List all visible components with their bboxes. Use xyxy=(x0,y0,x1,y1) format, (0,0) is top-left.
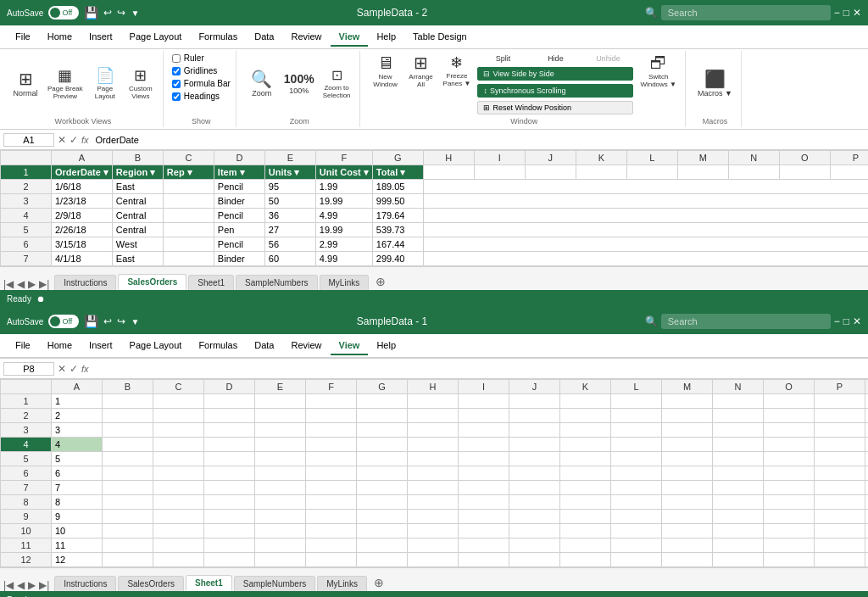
cell-f7[interactable]: 4.99 xyxy=(315,252,372,266)
col-h-b[interactable]: H xyxy=(408,380,459,394)
dropdown-icon-bottom[interactable]: ▼ xyxy=(131,317,139,326)
tab-formulas[interactable]: Formulas xyxy=(190,28,246,47)
cell-b-r6-c2[interactable] xyxy=(153,466,204,481)
cell-a3[interactable]: 1/23/18 xyxy=(52,194,113,209)
cell-b-r1-c14[interactable] xyxy=(764,394,815,409)
cell-b-r8-c6[interactable] xyxy=(357,495,408,510)
col-a-b[interactable]: A xyxy=(52,380,103,394)
col-B[interactable]: B xyxy=(112,151,163,165)
cell-b-r2-c15[interactable] xyxy=(815,409,865,423)
zoom-100-btn[interactable]: 100% 100% xyxy=(281,71,318,97)
sheet-tab-sheet1[interactable]: Sheet1 xyxy=(188,275,234,290)
switch-windows-btn[interactable]: 🗗 SwitchWindows ▼ xyxy=(637,53,680,90)
cell-b-r10-c3[interactable] xyxy=(204,524,255,538)
cell-f1[interactable]: Unit Cost ▾ xyxy=(315,165,372,180)
cell-f4[interactable]: 4.99 xyxy=(315,209,372,223)
col-H[interactable]: H xyxy=(423,151,474,165)
cell-c2[interactable] xyxy=(163,180,214,194)
cell-b-r11-c12[interactable] xyxy=(662,538,713,553)
cell-b-r1-c3[interactable] xyxy=(204,394,255,409)
cell-g2[interactable]: 189.05 xyxy=(372,180,423,194)
dropdown-icon[interactable]: ▼ xyxy=(131,8,139,18)
sheet-tab-salesorders[interactable]: SalesOrders xyxy=(118,274,186,290)
col-p-b[interactable]: P xyxy=(815,380,865,394)
cell-p1[interactable] xyxy=(830,165,868,180)
col-L[interactable]: L xyxy=(626,151,677,165)
cell-h1[interactable] xyxy=(423,165,474,180)
close-icon[interactable]: ✕ xyxy=(853,7,861,19)
cell-b-r6-c4[interactable] xyxy=(255,466,306,481)
cell-b-r6-c5[interactable] xyxy=(306,466,357,481)
cell-b-r9-c9[interactable] xyxy=(509,510,560,524)
cell-b-r3-c15[interactable] xyxy=(815,423,865,438)
cell-b-r4-c9[interactable] xyxy=(509,438,560,452)
cell-b2[interactable]: East xyxy=(112,180,163,194)
sheet-nav-next[interactable]: ▶ xyxy=(28,278,36,290)
cell-b-r4-c14[interactable] xyxy=(764,438,815,452)
cell-b-r11-c8[interactable] xyxy=(459,538,509,553)
cell-b-r10-c4[interactable] xyxy=(255,524,306,538)
cell-b-r9-c13[interactable] xyxy=(713,510,764,524)
cell-c3[interactable] xyxy=(163,194,214,209)
cell-b-r7-c7[interactable] xyxy=(408,481,459,495)
cell-b-r11-c7[interactable] xyxy=(408,538,459,553)
cell-b-r7-c0[interactable]: 7 xyxy=(52,481,103,495)
sheet-tab-mylinks-b[interactable]: MyLinks xyxy=(317,576,367,591)
cell-b-r9-c2[interactable] xyxy=(153,510,204,524)
cell-b-r9-c10[interactable] xyxy=(560,510,611,524)
cell-b-r3-c3[interactable] xyxy=(204,423,255,438)
cell-b-r7-c2[interactable] xyxy=(153,481,204,495)
cell-b-r10-c7[interactable] xyxy=(408,524,459,538)
row-num-b-2[interactable]: 2 xyxy=(1,409,52,423)
cell-b-r2-c7[interactable] xyxy=(408,409,459,423)
zoom-btn[interactable]: 🔍 Zoom xyxy=(245,69,279,99)
cell-b-r10-c16[interactable] xyxy=(865,524,869,538)
row-num-b-6[interactable]: 6 xyxy=(1,466,52,481)
add-sheet-btn-bottom[interactable]: ⊕ xyxy=(369,574,389,591)
col-D[interactable]: D xyxy=(214,151,264,165)
cell-b-r1-c15[interactable] xyxy=(815,394,865,409)
cell-f3[interactable]: 19.99 xyxy=(315,194,372,209)
cell-b-r9-c7[interactable] xyxy=(408,510,459,524)
cell-b-r4-c7[interactable] xyxy=(408,438,459,452)
cell-b-r8-c12[interactable] xyxy=(662,495,713,510)
cell-e2[interactable]: 95 xyxy=(264,180,315,194)
cell-b-r8-c7[interactable] xyxy=(408,495,459,510)
col-f-b[interactable]: F xyxy=(306,380,357,394)
cell-b-r5-c6[interactable] xyxy=(357,452,408,466)
col-M[interactable]: M xyxy=(677,151,728,165)
cell-b-r6-c1[interactable] xyxy=(103,466,153,481)
row-num-b-10[interactable]: 10 xyxy=(1,524,52,538)
cell-b-r8-c13[interactable] xyxy=(713,495,764,510)
arrange-all-btn[interactable]: ⊞ ArrangeAll xyxy=(404,53,438,90)
cell-b-r2-c13[interactable] xyxy=(713,409,764,423)
cell-b-r2-c1[interactable] xyxy=(103,409,153,423)
cell-b-r8-c10[interactable] xyxy=(560,495,611,510)
cell-b-r3-c1[interactable] xyxy=(103,423,153,438)
tab-page-layout-b[interactable]: Page Layout xyxy=(121,337,191,355)
cell-b-r7-c5[interactable] xyxy=(306,481,357,495)
cell-b-r2-c11[interactable] xyxy=(611,409,662,423)
cell-b-r12-c13[interactable] xyxy=(713,553,764,567)
sheet-nav-first[interactable]: |◀ xyxy=(3,278,14,290)
cell-b-r5-c2[interactable] xyxy=(153,452,204,466)
cell-b-r11-c5[interactable] xyxy=(306,538,357,553)
cell-b-r5-c13[interactable] xyxy=(713,452,764,466)
cell-b-r2-c0[interactable]: 2 xyxy=(52,409,103,423)
cell-b-r5-c8[interactable] xyxy=(459,452,509,466)
cell-b-r7-c6[interactable] xyxy=(357,481,408,495)
cell-b-r11-c15[interactable] xyxy=(815,538,865,553)
cell-b-r4-c0[interactable]: 4 xyxy=(52,438,103,452)
sheet-nav-last-b[interactable]: ▶| xyxy=(39,579,49,591)
cell-b-r4-c5[interactable] xyxy=(306,438,357,452)
cell-b-r11-c14[interactable] xyxy=(764,538,815,553)
cell-b-r7-c14[interactable] xyxy=(764,481,815,495)
cell-b-r4-c8[interactable] xyxy=(459,438,509,452)
cell-e5[interactable]: 27 xyxy=(264,223,315,237)
cell-b-r5-c15[interactable] xyxy=(815,452,865,466)
search-input-bottom[interactable] xyxy=(661,314,831,329)
cell-g1[interactable]: Total ▾ xyxy=(372,165,423,180)
formula-input-top[interactable] xyxy=(92,135,865,145)
tab-page-layout[interactable]: Page Layout xyxy=(121,28,191,47)
cell-d1[interactable]: Item ▾ xyxy=(214,165,264,180)
